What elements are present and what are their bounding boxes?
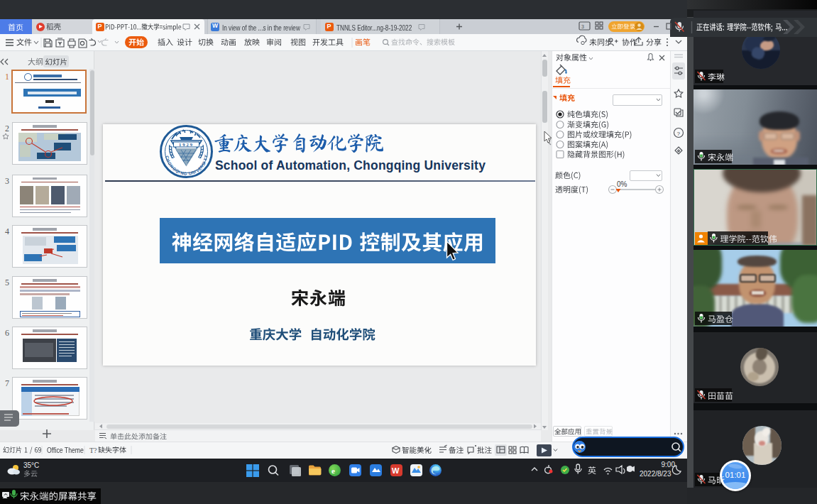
svg-text:G: G: [183, 172, 187, 176]
svg-text:1929: 1929: [179, 142, 194, 147]
